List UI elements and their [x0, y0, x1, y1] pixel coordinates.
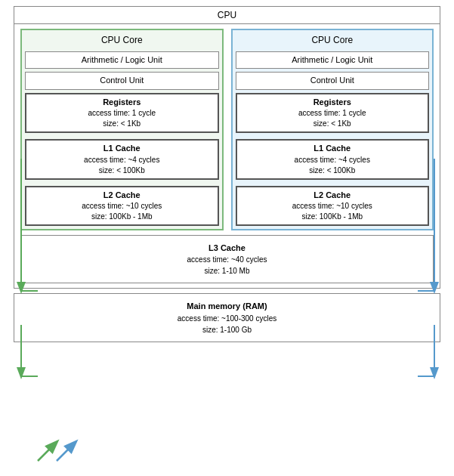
l1-right-title: L1 Cache — [240, 143, 425, 154]
l3-detail1: access time: ~40 cycles — [24, 254, 430, 265]
l2-right: L2 Cache access time: ~10 cycles size: 1… — [236, 186, 430, 226]
cu-left: Control Unit — [25, 72, 219, 89]
registers-left: Registers access time: 1 cycle size: < 1… — [25, 93, 219, 133]
ram-detail1: access time: ~100-300 cycles — [17, 313, 437, 324]
registers-left-detail1: access time: 1 cycle — [29, 108, 215, 119]
registers-left-title: Registers — [29, 97, 215, 108]
l2-left-detail1: access time: ~10 cycles — [29, 201, 215, 212]
l3-cache: L3 Cache access time: ~40 cycles size: 1… — [20, 235, 434, 284]
cpu-inner: CPU Core Arithmetic / Logic Unit Control… — [14, 24, 440, 288]
l3-detail2: size: 1-10 Mb — [24, 265, 430, 277]
ram-title: Main memory (RAM) — [17, 300, 437, 313]
l1-right-detail2: size: < 100Kb — [240, 165, 425, 176]
cu-left-label: Control Unit — [100, 76, 144, 85]
alu-right: Arithmetic / Logic Unit — [236, 51, 430, 69]
l2-right-detail1: access time: ~10 cycles — [240, 201, 425, 212]
diagram-container: CPU CPU Core Arithmetic / Logic Unit Con… — [0, 0, 454, 476]
ram-detail2: size: 1-100 Gb — [17, 324, 437, 335]
l1-left-detail2: size: < 100Kb — [29, 165, 215, 176]
l1-right: L1 Cache access time: ~4 cycles size: < … — [236, 139, 430, 179]
registers-right: Registers access time: 1 cycle size: < 1… — [236, 93, 430, 133]
alu-left-label: Arithmetic / Logic Unit — [82, 55, 162, 64]
core-left-title: CPU Core — [25, 33, 219, 48]
l2-left: L2 Cache access time: ~10 cycles size: 1… — [25, 186, 219, 226]
l1-left: L1 Cache access time: ~4 cycles size: < … — [25, 139, 219, 179]
registers-left-detail2: size: < 1Kb — [29, 119, 215, 129]
ram-box: Main memory (RAM) access time: ~100-300 … — [14, 293, 440, 342]
registers-right-detail1: access time: 1 cycle — [240, 108, 425, 119]
l2-right-title: L2 Cache — [240, 190, 425, 201]
svg-line-8 — [38, 442, 57, 461]
alu-right-label: Arithmetic / Logic Unit — [292, 55, 372, 64]
l1-right-detail1: access time: ~4 cycles — [240, 155, 425, 165]
registers-right-title: Registers — [240, 97, 425, 108]
svg-line-9 — [57, 442, 76, 461]
l2-left-detail2: size: 100Kb - 1Mb — [29, 212, 215, 222]
cores-row: CPU Core Arithmetic / Logic Unit Control… — [20, 29, 434, 230]
core-right: CPU Core Arithmetic / Logic Unit Control… — [231, 29, 434, 230]
cu-right: Control Unit — [236, 72, 430, 89]
l2-left-title: L2 Cache — [29, 190, 215, 201]
cpu-title: CPU — [14, 7, 440, 24]
registers-right-detail2: size: < 1Kb — [240, 119, 425, 129]
l1-left-detail1: access time: ~4 cycles — [29, 155, 215, 165]
l1-left-title: L1 Cache — [29, 143, 215, 154]
l2-right-detail2: size: 100Kb - 1Mb — [240, 212, 425, 222]
cu-right-label: Control Unit — [310, 76, 354, 85]
cpu-box: CPU CPU Core Arithmetic / Logic Unit Con… — [14, 6, 440, 289]
alu-left: Arithmetic / Logic Unit — [25, 51, 219, 69]
core-right-title: CPU Core — [236, 33, 430, 48]
l3-title: L3 Cache — [24, 242, 430, 255]
core-left: CPU Core Arithmetic / Logic Unit Control… — [20, 29, 224, 230]
